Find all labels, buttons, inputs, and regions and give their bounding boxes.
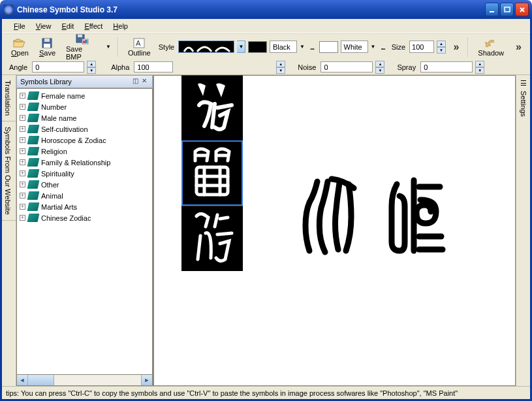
- noise-spinner[interactable]: ▲▼: [375, 61, 384, 73]
- tree-item[interactable]: +Animal: [17, 190, 152, 201]
- toolbar-overflow-button-2[interactable]: »: [510, 41, 525, 53]
- outline-button[interactable]: A Outline: [124, 36, 155, 58]
- color1-name[interactable]: Black: [270, 40, 297, 53]
- book-icon: [27, 214, 40, 222]
- alpha-input[interactable]: 100: [134, 61, 173, 72]
- right-tab-strip: ☰ Settings: [516, 75, 530, 386]
- dropdown-small-icon[interactable]: ▼: [371, 44, 376, 50]
- expand-icon[interactable]: +: [20, 215, 25, 221]
- expand-icon[interactable]: +: [20, 104, 25, 110]
- tree-item-label: Chinese Zodiac: [41, 214, 91, 222]
- book-icon: [27, 147, 40, 155]
- toolbar-main: Open Save Save BMP ▼ A Outline Style ▼ B…: [2, 33, 530, 59]
- expand-icon[interactable]: +: [20, 93, 25, 99]
- scroll-track[interactable]: [54, 375, 141, 385]
- style-dropdown-button[interactable]: ▼: [237, 40, 245, 53]
- menu-view[interactable]: View: [31, 21, 57, 31]
- color2-swatch[interactable]: [319, 41, 337, 53]
- toolbar-overflow-button[interactable]: »: [448, 41, 463, 53]
- tree-item[interactable]: +Female name: [17, 90, 152, 101]
- separator: [117, 37, 119, 57]
- tree-item[interactable]: +Self-cultivation: [17, 123, 152, 135]
- tree-item-label: Male name: [41, 114, 76, 122]
- expand-icon[interactable]: +: [20, 115, 25, 121]
- color1-more-button[interactable]: ...: [307, 43, 317, 51]
- expand-icon[interactable]: +: [20, 159, 25, 165]
- open-button[interactable]: Open: [7, 36, 33, 58]
- color2-more-button[interactable]: ...: [379, 43, 388, 51]
- tree-item[interactable]: +Martial Arts: [17, 201, 152, 212]
- tree-item[interactable]: +Family & Relationship: [17, 157, 152, 168]
- tree-item[interactable]: +Chinese Zodiac: [17, 212, 152, 223]
- alpha-label: Alpha: [109, 63, 131, 71]
- title-bar: Chinese Symbol Studio 3.7: [0, 0, 532, 19]
- expand-icon[interactable]: +: [20, 126, 25, 132]
- tree-item[interactable]: +Horoscope & Zodiac: [17, 135, 152, 146]
- menu-edit[interactable]: Edit: [56, 21, 79, 31]
- tree-item[interactable]: +Spirituality: [17, 168, 152, 179]
- spray-spinner[interactable]: ▲▼: [475, 61, 484, 73]
- color1-swatch[interactable]: [248, 41, 266, 53]
- shadow-button[interactable]: Shadow: [474, 36, 508, 58]
- alpha-spinner[interactable]: ▲▼: [276, 61, 285, 73]
- menu-effect[interactable]: Effect: [79, 21, 108, 31]
- style-preview[interactable]: [178, 40, 234, 53]
- noise-input[interactable]: 0: [321, 61, 373, 72]
- expand-icon[interactable]: +: [20, 204, 25, 210]
- tree-item-label: Female name: [41, 92, 85, 100]
- expand-icon[interactable]: +: [20, 182, 25, 187]
- size-spinner[interactable]: ▲▼: [437, 40, 445, 53]
- angle-input[interactable]: 0: [32, 61, 84, 72]
- scroll-left-button[interactable]: ◄: [17, 375, 28, 385]
- tree-item[interactable]: +Religion: [17, 146, 152, 157]
- canvas-symbol-1[interactable]: [291, 174, 363, 260]
- book-icon: [27, 158, 40, 167]
- save-bmp-button[interactable]: Save BMP: [62, 32, 102, 62]
- canvas-area: ☰ Settings: [153, 75, 530, 386]
- svg-rect-10: [134, 39, 144, 48]
- menu-file[interactable]: File: [8, 21, 31, 31]
- maximize-button[interactable]: [500, 3, 514, 16]
- undo-icon: [484, 37, 497, 49]
- color2-name[interactable]: White: [341, 40, 368, 53]
- tree-item[interactable]: +Number: [17, 101, 152, 112]
- spray-input[interactable]: 0: [420, 61, 473, 72]
- menu-help[interactable]: Help: [108, 21, 133, 31]
- expand-icon[interactable]: +: [20, 148, 25, 154]
- library-tree[interactable]: +Female name+Number+Male name+Self-culti…: [16, 88, 153, 375]
- tab-translation[interactable]: Translation: [2, 75, 16, 121]
- svg-rect-7: [82, 39, 88, 44]
- svg-rect-8: [83, 40, 85, 43]
- book-icon: [27, 136, 40, 144]
- expand-icon[interactable]: +: [20, 137, 25, 143]
- scroll-right-button[interactable]: ►: [141, 375, 152, 385]
- style-option-1[interactable]: [181, 75, 243, 140]
- pin-icon[interactable]: ◫: [131, 77, 140, 86]
- tree-item[interactable]: +Other: [17, 179, 152, 190]
- window-title: Chinese Symbol Studio 3.7: [17, 5, 485, 14]
- style-option-2[interactable]: [181, 140, 243, 206]
- svg-rect-1: [505, 7, 510, 12]
- close-panel-icon[interactable]: ✕: [140, 77, 149, 86]
- canvas-symbol-2[interactable]: [376, 174, 448, 260]
- book-icon: [27, 114, 40, 122]
- dropdown-small-icon[interactable]: ▼: [104, 44, 112, 50]
- library-hscrollbar[interactable]: ◄ ►: [16, 375, 153, 386]
- minimize-button[interactable]: [485, 3, 499, 16]
- tree-item-label: Family & Relationship: [41, 159, 110, 167]
- tree-item-label: Religion: [41, 148, 67, 155]
- save-button[interactable]: Save: [35, 36, 59, 58]
- style-option-3[interactable]: [181, 206, 243, 271]
- expand-icon[interactable]: +: [20, 170, 25, 176]
- book-icon: [27, 103, 40, 111]
- tab-settings[interactable]: Settings: [518, 88, 529, 120]
- angle-spinner[interactable]: ▲▼: [87, 61, 96, 73]
- dropdown-small-icon[interactable]: ▼: [300, 44, 305, 50]
- close-button[interactable]: [515, 3, 529, 16]
- size-input[interactable]: 100: [409, 40, 434, 53]
- tab-website-symbols[interactable]: Symbols From Our Website: [2, 121, 16, 221]
- expand-icon[interactable]: +: [20, 193, 25, 199]
- tree-item[interactable]: +Male name: [17, 112, 152, 123]
- scroll-thumb[interactable]: [28, 375, 54, 385]
- canvas[interactable]: [153, 75, 516, 386]
